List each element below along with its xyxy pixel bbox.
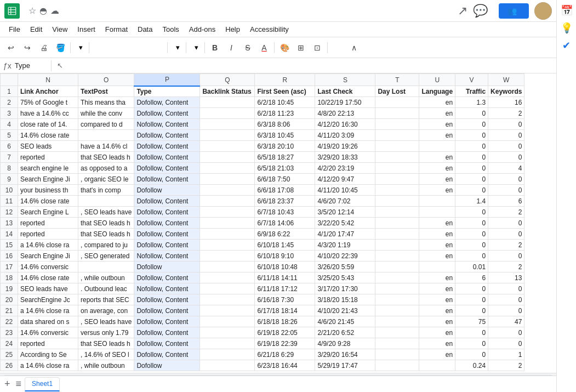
table-cell[interactable]: reports that SEC	[78, 294, 134, 305]
table-cell[interactable]: 4/12/20 9:47	[315, 174, 375, 185]
check-icon[interactable]: ✔	[562, 39, 571, 52]
table-cell[interactable]: 6/3/18 10:45	[255, 130, 315, 141]
table-cell[interactable]: 6/10/18 1:45	[255, 240, 315, 251]
table-cell[interactable]: 4/8/20 22:13	[315, 108, 375, 119]
table-cell[interactable]: that SEO leads h	[78, 152, 134, 163]
percent-button[interactable]	[108, 41, 123, 55]
table-cell[interactable]: 14.6% close rate	[18, 196, 78, 207]
table-cell[interactable]: 3/25/20 5:43	[315, 272, 375, 283]
table-cell[interactable]: a 14.6% close ra	[18, 360, 78, 371]
table-cell[interactable]	[200, 305, 255, 316]
table-cell[interactable]	[200, 185, 255, 196]
zoom-dropdown[interactable]: ▾	[73, 41, 87, 55]
table-cell[interactable]	[78, 130, 134, 141]
table-cell[interactable]: en	[419, 316, 455, 327]
table-cell[interactable]: 0	[488, 152, 524, 163]
table-cell[interactable]: , SEO leads have	[78, 316, 134, 327]
table-cell[interactable]: 6/11/18 14:11	[255, 272, 315, 283]
table-cell[interactable]: 4/1/20 17:47	[315, 229, 375, 240]
table-cell[interactable]: , SEO generated	[78, 251, 134, 262]
table-cell[interactable]: your business th	[18, 185, 78, 196]
explore-button[interactable]: ↗	[458, 4, 467, 18]
table-cell[interactable]: en	[419, 174, 455, 185]
table-cell[interactable]: 0	[455, 338, 488, 349]
star-icon[interactable]: ☆	[28, 5, 36, 16]
table-cell[interactable]: Last Check	[315, 86, 375, 97]
table-cell[interactable]: 6/11/18 17:12	[255, 283, 315, 294]
table-cell[interactable]: 2	[488, 207, 524, 218]
table-cell[interactable]: that's in comp	[78, 185, 134, 196]
table-cell[interactable]: Dofollow, Content	[134, 108, 200, 119]
table-cell[interactable]: reported	[18, 152, 78, 163]
table-cell[interactable]: en	[419, 272, 455, 283]
table-cell[interactable]	[375, 141, 419, 152]
table-cell[interactable]	[78, 262, 134, 272]
table-cell[interactable]: . Outbound leac	[78, 283, 134, 294]
table-cell[interactable]: 0	[488, 185, 524, 196]
table-cell[interactable]: Dofollow, Content	[134, 229, 200, 240]
table-cell[interactable]	[375, 283, 419, 294]
table-cell[interactable]: SearchEngine Jc	[18, 294, 78, 305]
table-cell[interactable]: 6/10/18 9:10	[255, 251, 315, 262]
table-cell[interactable]	[375, 316, 419, 327]
table-cell[interactable]: reported	[18, 218, 78, 229]
table-cell[interactable]: en	[419, 185, 455, 196]
table-cell[interactable]	[375, 251, 419, 262]
table-cell[interactable]: en	[419, 97, 455, 108]
table-cell[interactable]: 0	[455, 108, 488, 119]
table-cell[interactable]: on average, con	[78, 305, 134, 316]
table-cell[interactable]	[200, 272, 255, 283]
table-cell[interactable]: en	[419, 130, 455, 141]
table-cell[interactable]: 0	[455, 305, 488, 316]
table-cell[interactable]: 4/2/20 23:19	[315, 163, 375, 174]
merge-button[interactable]: ⊡	[310, 41, 325, 55]
table-cell[interactable]: Dofollow	[134, 360, 200, 371]
table-cell[interactable]: Dofollow, Content	[134, 152, 200, 163]
table-cell[interactable]: that SEO leads h	[78, 218, 134, 229]
table-cell[interactable]: 14.6% close rate	[18, 272, 78, 283]
table-cell[interactable]: 6/9/18 6:22	[255, 229, 315, 240]
borders-button[interactable]: ⊞	[293, 41, 309, 55]
table-cell[interactable]: 4/12/20 16:30	[315, 119, 375, 130]
menu-item-insert[interactable]: Insert	[73, 24, 100, 35]
table-cell[interactable]	[375, 163, 419, 174]
table-cell[interactable]: , organic SEO le	[78, 174, 134, 185]
table-cell[interactable]	[200, 360, 255, 371]
table-cell[interactable]: en	[419, 229, 455, 240]
table-cell[interactable]: a 14.6% close ra	[18, 240, 78, 251]
table-cell[interactable]: 0	[488, 338, 524, 349]
table-cell[interactable]: 3/17/20 17:30	[315, 283, 375, 294]
table-cell[interactable]: en	[419, 305, 455, 316]
menu-item-data[interactable]: Data	[133, 24, 157, 35]
table-cell[interactable]: 0.24	[455, 360, 488, 371]
col-header-o[interactable]: O	[78, 74, 134, 86]
table-cell[interactable]: 0	[488, 294, 524, 305]
table-cell[interactable]: 0	[488, 283, 524, 294]
table-cell[interactable]: Link Anchor	[18, 86, 78, 97]
table-cell[interactable]: 4/11/20 10:45	[315, 185, 375, 196]
table-cell[interactable]	[200, 196, 255, 207]
decimal-more-button[interactable]	[141, 41, 156, 55]
table-cell[interactable]: 14.6% conversic	[18, 327, 78, 338]
table-cell[interactable]: en	[419, 119, 455, 130]
table-cell[interactable]	[375, 207, 419, 218]
table-cell[interactable]	[200, 97, 255, 108]
table-cell[interactable]	[200, 218, 255, 229]
table-cell[interactable]	[200, 141, 255, 152]
table-cell[interactable]: 0	[455, 251, 488, 262]
table-cell[interactable]: en	[419, 283, 455, 294]
col-header-q[interactable]: Q	[200, 74, 255, 86]
table-cell[interactable]	[375, 229, 419, 240]
table-cell[interactable]	[200, 283, 255, 294]
table-cell[interactable]: en	[419, 349, 455, 360]
table-cell[interactable]	[200, 251, 255, 262]
table-cell[interactable]	[375, 360, 419, 371]
table-cell[interactable]: en	[419, 294, 455, 305]
table-cell[interactable]: 6	[455, 272, 488, 283]
table-cell[interactable]: versus only 1.79	[78, 327, 134, 338]
menu-sheet-button[interactable]: ≡	[14, 378, 24, 390]
table-cell[interactable]	[375, 218, 419, 229]
table-cell[interactable]: 1	[488, 349, 524, 360]
italic-button[interactable]: I	[224, 41, 239, 55]
table-cell[interactable]: 6/3/18 20:10	[255, 141, 315, 152]
